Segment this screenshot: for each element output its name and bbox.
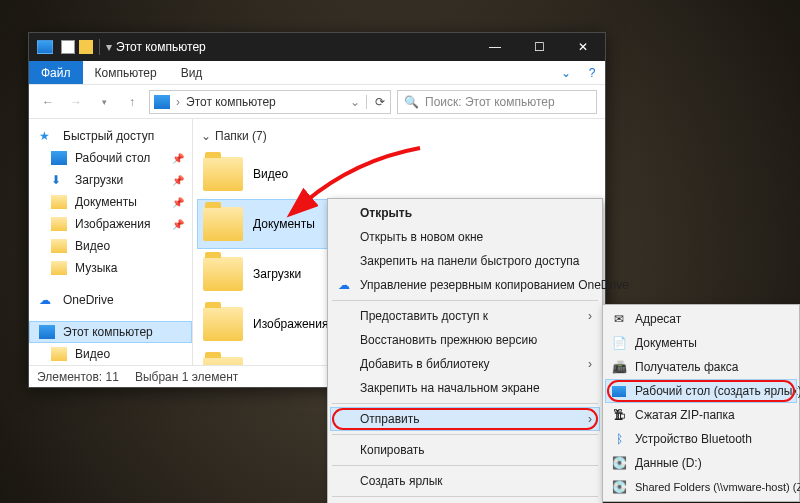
ctx-pin-quickaccess[interactable]: Закрепить на панели быстрого доступа	[330, 249, 600, 273]
qat-newfolder-icon[interactable]	[79, 40, 93, 54]
fax-icon: 📠	[611, 359, 627, 375]
annotation-arrow	[285, 140, 435, 230]
sidebar-item-label: Быстрый доступ	[63, 129, 154, 143]
folder-label: Изображения	[253, 317, 328, 331]
sidebar-item-label: Видео	[75, 347, 110, 361]
context-menu: Открыть Открыть в новом окне Закрепить н…	[327, 198, 603, 503]
tab-file[interactable]: Файл	[29, 61, 83, 84]
refresh-button[interactable]: ⟳	[366, 95, 386, 109]
sendto-documents[interactable]: 📄Документы	[605, 331, 797, 355]
ribbon-expand-icon[interactable]: ⌄	[553, 61, 579, 84]
ctx-item-label: Создать ярлык	[360, 474, 443, 488]
zip-icon: 🗜	[611, 407, 627, 423]
help-icon[interactable]: ?	[579, 61, 605, 84]
sidebar-item-videos[interactable]: Видео	[29, 235, 192, 257]
folder-icon	[203, 357, 243, 365]
chevron-right-icon: ›	[588, 309, 592, 323]
breadcrumb-label: Этот компьютер	[186, 95, 276, 109]
chevron-right-icon: ›	[588, 357, 592, 371]
sendto-drive-d[interactable]: 💽Данные (D:)	[605, 451, 797, 475]
breadcrumb-dropdown-icon[interactable]: ⌄	[350, 95, 360, 109]
chevron-right-icon: ›	[588, 412, 592, 426]
music-icon	[51, 261, 67, 275]
sendto-zip[interactable]: 🗜Сжатая ZIP-папка	[605, 403, 797, 427]
onedrive-icon: ☁	[39, 293, 55, 307]
ctx-item-label: Рабочий стол (создать ярлык)	[635, 384, 800, 398]
pin-icon: 📌	[172, 197, 184, 208]
ctx-separator	[332, 300, 598, 301]
videos-icon	[51, 239, 67, 253]
ctx-send-to[interactable]: Отправить›	[330, 407, 600, 431]
ctx-item-label: Получатель факса	[635, 360, 739, 374]
tab-computer[interactable]: Компьютер	[83, 61, 169, 84]
ctx-create-shortcut[interactable]: Создать ярлык	[330, 469, 600, 493]
chevron-down-icon: ⌄	[201, 129, 211, 143]
pin-icon: 📌	[172, 175, 184, 186]
ctx-restore-prev[interactable]: Восстановить прежнюю версию	[330, 328, 600, 352]
sidebar-item-documents[interactable]: Документы📌	[29, 191, 192, 213]
sidebar-item-music[interactable]: Музыка	[29, 257, 192, 279]
ctx-item-label: Открыть в новом окне	[360, 230, 483, 244]
documents-icon	[51, 195, 67, 209]
maximize-button[interactable]: ☐	[517, 33, 561, 61]
ctx-item-label: Данные (D:)	[635, 456, 702, 470]
ribbon-tabs: Файл Компьютер Вид ⌄ ?	[29, 61, 605, 85]
folder-icon	[203, 207, 243, 241]
desktop-icon	[51, 151, 67, 165]
ctx-add-library[interactable]: Добавить в библиотеку›	[330, 352, 600, 376]
qat-properties-icon[interactable]	[61, 40, 75, 54]
ctx-copy[interactable]: Копировать	[330, 438, 600, 462]
sendto-bluetooth[interactable]: ᛒУстройство Bluetooth	[605, 427, 797, 451]
search-input[interactable]: 🔍 Поиск: Этот компьютер	[397, 90, 597, 114]
sendto-fax[interactable]: 📠Получатель факса	[605, 355, 797, 379]
ctx-pin-start[interactable]: Закрепить на начальном экране	[330, 376, 600, 400]
sidebar-quickaccess[interactable]: ★ Быстрый доступ	[29, 125, 192, 147]
nav-up-button[interactable]: ↑	[121, 91, 143, 113]
sidebar-thispc[interactable]: Этот компьютер	[29, 321, 192, 343]
network-drive-icon: 💽	[611, 479, 627, 495]
close-button[interactable]: ✕	[561, 33, 605, 61]
window-title: Этот компьютер	[116, 40, 206, 54]
sidebar-item-downloads[interactable]: ⬇Загрузки📌	[29, 169, 192, 191]
nav-back-button[interactable]: ←	[37, 91, 59, 113]
star-icon: ★	[39, 129, 55, 143]
ctx-share[interactable]: Предоставить доступ к›	[330, 304, 600, 328]
sendto-submenu: ✉Адресат 📄Документы 📠Получатель факса Ра…	[602, 304, 800, 502]
sendto-network-drive[interactable]: 💽Shared Folders (\\vmware-host) (Z:)	[605, 475, 797, 499]
mail-icon: ✉	[611, 311, 627, 327]
tab-view[interactable]: Вид	[169, 61, 215, 84]
titlebar-separator	[99, 39, 100, 55]
nav-recent-dropdown[interactable]: ▾	[93, 91, 115, 113]
ctx-onedrive-backup[interactable]: ☁Управление резервным копированием OneDr…	[330, 273, 600, 297]
ctx-separator	[332, 465, 598, 466]
sidebar-item-pictures[interactable]: Изображения📌	[29, 213, 192, 235]
group-header-label: Папки (7)	[215, 129, 267, 143]
navigation-pane: ★ Быстрый доступ Рабочий стол📌 ⬇Загрузки…	[29, 119, 193, 365]
pictures-icon	[51, 217, 67, 231]
qat-dropdown-icon[interactable]: ▾	[106, 40, 112, 54]
sendto-recipient[interactable]: ✉Адресат	[605, 307, 797, 331]
sendto-desktop-shortcut[interactable]: Рабочий стол (создать ярлык)	[605, 379, 797, 403]
folder-icon	[203, 307, 243, 341]
titlebar: ▾ Этот компьютер ― ☐ ✕	[29, 33, 605, 61]
documents-icon: 📄	[611, 335, 627, 351]
minimize-button[interactable]: ―	[473, 33, 517, 61]
sidebar-item-label: Изображения	[75, 217, 150, 231]
nav-forward-button[interactable]: →	[65, 91, 87, 113]
ctx-separator	[332, 496, 598, 497]
folder-label: Видео	[253, 167, 288, 181]
ctx-item-label: Адресат	[635, 312, 681, 326]
sidebar-item-desktop[interactable]: Рабочий стол📌	[29, 147, 192, 169]
ctx-item-label: Shared Folders (\\vmware-host) (Z:)	[635, 481, 800, 493]
thispc-icon	[37, 40, 53, 54]
search-icon: 🔍	[404, 95, 419, 109]
search-placeholder: Поиск: Этот компьютер	[425, 95, 555, 109]
sidebar-onedrive[interactable]: ☁OneDrive	[29, 289, 192, 311]
status-selected: Выбран 1 элемент	[135, 370, 238, 384]
sidebar-item-label: Рабочий стол	[75, 151, 150, 165]
ctx-separator	[332, 434, 598, 435]
bluetooth-icon: ᛒ	[611, 431, 627, 447]
breadcrumb[interactable]: › Этот компьютер ⌄ ⟳	[149, 90, 391, 114]
ctx-item-label: Восстановить прежнюю версию	[360, 333, 537, 347]
sidebar-item-pc-videos[interactable]: Видео	[29, 343, 192, 365]
